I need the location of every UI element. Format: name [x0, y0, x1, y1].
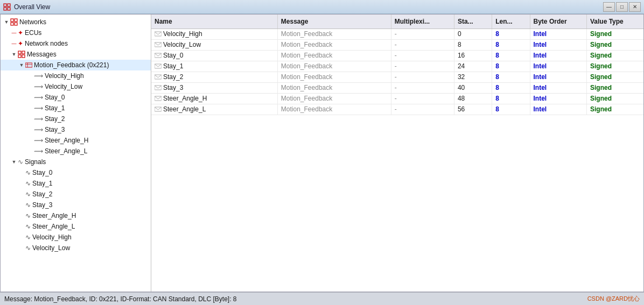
main-container: ▼ Networks — ✦ ECUs — ✦ Network nodes: [0, 14, 644, 292]
table-panel[interactable]: Name Message Multiplexi... Sta... Len...…: [151, 15, 643, 292]
col-header-valuetype[interactable]: Value Type: [586, 15, 643, 29]
cell-length: 8: [492, 50, 530, 61]
sig-wave-s0: ∿: [25, 169, 31, 176]
cell-mux: -: [391, 61, 454, 72]
sig-steer-h-label: Steer_Angle_H: [32, 212, 76, 219]
col-header-name[interactable]: Name: [151, 15, 277, 29]
table-row[interactable]: Stay_0 Motion_Feedback-168IntelSigned: [151, 50, 643, 61]
cell-mux: -: [391, 50, 454, 61]
cell-start: 40: [454, 82, 492, 93]
close-button[interactable]: ✕: [629, 2, 641, 12]
tree-item-sig-stay2[interactable]: ∿ Stay_2: [1, 189, 151, 200]
cell-length: 8: [492, 82, 530, 93]
tree-item-sig-stay3[interactable]: ∿ Stay_3: [1, 200, 151, 210]
sig-vel-low-label: Velocity_Low: [32, 244, 70, 252]
cell-valuetype: Signed: [586, 29, 643, 39]
tree-item-stay0[interactable]: ⟿ Stay_0: [1, 92, 151, 103]
maximize-button[interactable]: □: [616, 2, 628, 12]
tree-item-sig-steer-l[interactable]: ∿ Steer_Angle_L: [1, 221, 151, 232]
cell-byteorder: Intel: [530, 61, 586, 72]
tree-item-networks[interactable]: ▼ Networks: [1, 17, 151, 27]
networks-icon: [10, 18, 18, 26]
cell-message: Motion_Feedback: [277, 61, 391, 72]
tree-item-sig-vel-high[interactable]: ∿ Velocity_High: [1, 232, 151, 243]
svg-rect-1: [8, 4, 10, 6]
expand-networks[interactable]: ▼: [3, 18, 10, 26]
table-row[interactable]: Steer_Angle_H Motion_Feedback-488IntelSi…: [151, 93, 643, 104]
cell-mux: -: [391, 39, 454, 50]
tree-item-network-nodes[interactable]: — ✦ Network nodes: [1, 38, 151, 49]
tree-item-stay1[interactable]: ⟿ Stay_1: [1, 103, 151, 114]
status-message: Message: Motion_Feedback, ID: 0x221, ID-…: [4, 295, 237, 303]
title-bar: Overall View — □ ✕: [0, 0, 644, 14]
stay0-label: Stay_0: [45, 94, 65, 101]
cell-length: 8: [492, 29, 530, 39]
app-icon: [3, 3, 11, 11]
svg-rect-0: [4, 4, 6, 6]
minimize-button[interactable]: —: [603, 2, 615, 12]
col-header-message[interactable]: Message: [277, 15, 391, 29]
svg-rect-11: [22, 55, 25, 58]
table-row[interactable]: Velocity_Low Motion_Feedback-88IntelSign…: [151, 39, 643, 50]
tree-item-ecus[interactable]: — ✦ ECUs: [1, 27, 151, 38]
sig-wave-sl: ∿: [25, 223, 31, 230]
sig-wave-s2: ∿: [25, 190, 31, 198]
col-header-start[interactable]: Sta...: [454, 15, 492, 29]
steer-l-label: Steer_Angle_L: [45, 147, 87, 155]
cell-start: 56: [454, 104, 492, 115]
cell-byteorder: Intel: [530, 50, 586, 61]
col-header-byteorder[interactable]: Byte Order: [530, 15, 586, 29]
svg-rect-8: [18, 51, 21, 54]
tree-item-sig-stay0[interactable]: ∿ Stay_0: [1, 167, 151, 178]
svg-rect-6: [11, 23, 13, 25]
signal-icon-sl: ⟿: [34, 147, 43, 155]
messages-icon: [18, 51, 25, 58]
network-nodes-icon: ✦: [18, 40, 23, 47]
cell-byteorder: Intel: [530, 82, 586, 93]
cell-start: 16: [454, 50, 492, 61]
networks-label: Networks: [19, 18, 46, 26]
tree-panel[interactable]: ▼ Networks — ✦ ECUs — ✦ Network nodes: [1, 15, 151, 292]
cell-message: Motion_Feedback: [277, 50, 391, 61]
cell-name: Steer_Angle_H: [151, 93, 277, 104]
signal-icon-sh: ⟿: [34, 137, 43, 144]
tree-item-sig-vel-low[interactable]: ∿ Velocity_Low: [1, 243, 151, 253]
cell-length: 8: [492, 61, 530, 72]
tree-item-stay2[interactable]: ⟿ Stay_2: [1, 114, 151, 124]
table-row[interactable]: Velocity_High Motion_Feedback-08IntelSig…: [151, 29, 643, 39]
tree-item-sig-stay1[interactable]: ∿ Stay_1: [1, 178, 151, 189]
sig-wave-sh: ∿: [25, 212, 31, 219]
svg-rect-9: [22, 51, 25, 54]
table-row[interactable]: Stay_3 Motion_Feedback-408IntelSigned: [151, 82, 643, 93]
svg-rect-3: [8, 8, 10, 10]
expand-signals[interactable]: ▼: [10, 158, 18, 166]
cell-length: 8: [492, 39, 530, 50]
sig-steer-l-label: Steer_Angle_L: [32, 223, 75, 230]
table-row[interactable]: Stay_1 Motion_Feedback-248IntelSigned: [151, 61, 643, 72]
svg-rect-10: [18, 55, 21, 58]
tree-item-sig-steer-h[interactable]: ∿ Steer_Angle_H: [1, 210, 151, 221]
expand-ecus: —: [10, 29, 18, 37]
tree-item-stay3[interactable]: ⟿ Stay_3: [1, 124, 151, 135]
tree-item-signals[interactable]: ▼ ∿ Signals: [1, 157, 151, 167]
tree-item-messages[interactable]: ▼ Messages: [1, 49, 151, 60]
table-row[interactable]: Steer_Angle_L Motion_Feedback-568IntelSi…: [151, 104, 643, 115]
col-header-mux[interactable]: Multiplexi...: [391, 15, 454, 29]
cell-byteorder: Intel: [530, 93, 586, 104]
tree-item-steer-l[interactable]: ⟿ Steer_Angle_L: [1, 146, 151, 157]
sig-wave-s1: ∿: [25, 180, 31, 187]
tree-item-velocity-high[interactable]: ⟿ Velocity_High: [1, 70, 151, 81]
table-row[interactable]: Stay_2 Motion_Feedback-328IntelSigned: [151, 72, 643, 82]
cell-start: 0: [454, 29, 492, 39]
cell-mux: -: [391, 104, 454, 115]
cell-byteorder: Intel: [530, 104, 586, 115]
svg-rect-4: [11, 19, 13, 22]
cell-start: 32: [454, 72, 492, 82]
expand-messages[interactable]: ▼: [10, 51, 18, 58]
expand-motion-feedback[interactable]: ▼: [18, 61, 25, 69]
tree-item-steer-h[interactable]: ⟿ Steer_Angle_H: [1, 135, 151, 146]
col-header-len[interactable]: Len...: [492, 15, 530, 29]
cell-name: Velocity_High: [151, 29, 277, 39]
tree-item-velocity-low[interactable]: ⟿ Velocity_Low: [1, 81, 151, 92]
tree-item-motion-feedback[interactable]: ▼ Motion_Feedback (0x221): [1, 60, 151, 70]
